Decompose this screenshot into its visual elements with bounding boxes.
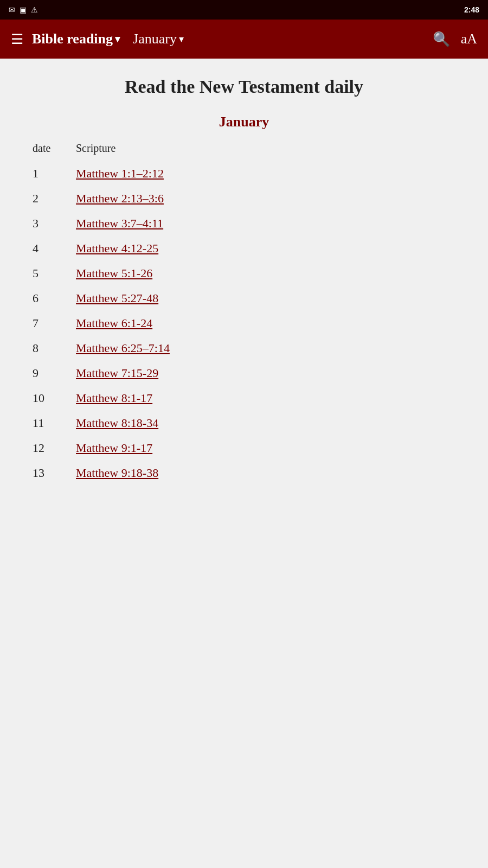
table-row: 5 Matthew 5:1-26 xyxy=(33,261,455,286)
scripture-cell[interactable]: Matthew 5:27-48 xyxy=(76,286,455,311)
table-row: 1 Matthew 1:1–2:12 xyxy=(33,161,455,186)
scripture-link[interactable]: Matthew 5:27-48 xyxy=(76,291,158,305)
table-row: 9 Matthew 7:15-29 xyxy=(33,361,455,386)
date-cell: 8 xyxy=(33,336,76,361)
page-title: Read the New Testament daily xyxy=(33,75,455,99)
month-label: January xyxy=(133,31,177,47)
scripture-column-header: Scripture xyxy=(76,140,455,161)
month-arrow: ▾ xyxy=(179,33,184,45)
scripture-link[interactable]: Matthew 9:18-38 xyxy=(76,466,158,480)
scripture-link[interactable]: Matthew 8:18-34 xyxy=(76,416,158,430)
scripture-cell[interactable]: Matthew 5:1-26 xyxy=(76,261,455,286)
date-cell: 1 xyxy=(33,161,76,186)
partial-reading-row xyxy=(33,486,455,496)
scripture-cell[interactable]: Matthew 6:25–7:14 xyxy=(76,336,455,361)
scripture-link[interactable]: Matthew 6:25–7:14 xyxy=(76,341,170,355)
scripture-link[interactable]: Matthew 6:1-24 xyxy=(76,316,152,330)
table-row: 13 Matthew 9:18-38 xyxy=(33,461,455,486)
table-row: 6 Matthew 5:27-48 xyxy=(33,286,455,311)
scripture-cell[interactable]: Matthew 6:1-24 xyxy=(76,311,455,336)
table-row: 12 Matthew 9:1-17 xyxy=(33,436,455,461)
scripture-cell[interactable]: Matthew 2:13–3:6 xyxy=(76,186,455,211)
scripture-link[interactable]: Matthew 1:1–2:12 xyxy=(76,167,164,180)
date-cell: 5 xyxy=(33,261,76,286)
scripture-link[interactable]: Matthew 8:1-17 xyxy=(76,391,152,405)
app-title-dropdown[interactable]: Bible reading ▾ xyxy=(32,31,120,47)
app-title-label: Bible reading xyxy=(32,31,113,47)
table-row: 10 Matthew 8:1-17 xyxy=(33,386,455,411)
month-heading: January xyxy=(33,114,455,130)
date-cell: 4 xyxy=(33,236,76,261)
nav-bar: ☰ Bible reading ▾ January ▾ 🔍 aA xyxy=(0,20,488,59)
scripture-link[interactable]: Matthew 4:12-25 xyxy=(76,241,158,255)
photo-icon: ▣ xyxy=(20,5,27,14)
date-cell: 3 xyxy=(33,211,76,236)
month-dropdown[interactable]: January ▾ xyxy=(133,31,184,47)
date-cell: 11 xyxy=(33,411,76,436)
scripture-cell[interactable]: Matthew 9:18-38 xyxy=(76,461,455,486)
scripture-link[interactable]: Matthew 7:15-29 xyxy=(76,366,158,380)
date-cell: 9 xyxy=(33,361,76,386)
date-cell: 6 xyxy=(33,286,76,311)
status-bar: ✉ ▣ ⚠ 2:48 xyxy=(0,0,488,20)
warning-icon: ⚠ xyxy=(31,5,38,14)
menu-button[interactable]: ☰ xyxy=(11,31,23,48)
scripture-link[interactable]: Matthew 5:1-26 xyxy=(76,266,152,280)
table-row: 2 Matthew 2:13–3:6 xyxy=(33,186,455,211)
scripture-link[interactable]: Matthew 9:1-17 xyxy=(76,441,152,455)
table-row: 7 Matthew 6:1-24 xyxy=(33,311,455,336)
scripture-cell[interactable]: Matthew 7:15-29 xyxy=(76,361,455,386)
gmail-icon: ✉ xyxy=(9,5,15,14)
nav-right-icons: 🔍 aA xyxy=(433,31,477,48)
table-row: 3 Matthew 3:7–4:11 xyxy=(33,211,455,236)
date-cell: 2 xyxy=(33,186,76,211)
scripture-link[interactable]: Matthew 3:7–4:11 xyxy=(76,216,163,230)
table-row: 8 Matthew 6:25–7:14 xyxy=(33,336,455,361)
reading-table: date Scripture 1 Matthew 1:1–2:12 2 Matt… xyxy=(33,140,455,486)
scripture-cell[interactable]: Matthew 9:1-17 xyxy=(76,436,455,461)
status-bar-icons: ✉ ▣ ⚠ xyxy=(9,5,38,14)
scripture-cell[interactable]: Matthew 8:18-34 xyxy=(76,411,455,436)
scripture-cell[interactable]: Matthew 1:1–2:12 xyxy=(76,161,455,186)
scripture-cell[interactable]: Matthew 3:7–4:11 xyxy=(76,211,455,236)
scripture-cell[interactable]: Matthew 4:12-25 xyxy=(76,236,455,261)
date-cell: 12 xyxy=(33,436,76,461)
status-bar-time: 2:48 xyxy=(464,5,479,14)
table-row: 4 Matthew 4:12-25 xyxy=(33,236,455,261)
date-cell: 7 xyxy=(33,311,76,336)
font-size-icon[interactable]: aA xyxy=(461,31,477,47)
table-row: 11 Matthew 8:18-34 xyxy=(33,411,455,436)
main-content: Read the New Testament daily January dat… xyxy=(0,59,488,496)
date-cell: 10 xyxy=(33,386,76,411)
scripture-link[interactable]: Matthew 2:13–3:6 xyxy=(76,192,164,205)
date-column-header: date xyxy=(33,140,76,161)
scripture-cell[interactable]: Matthew 8:1-17 xyxy=(76,386,455,411)
date-cell: 13 xyxy=(33,461,76,486)
search-icon[interactable]: 🔍 xyxy=(433,31,450,48)
app-title-arrow: ▾ xyxy=(115,33,120,45)
